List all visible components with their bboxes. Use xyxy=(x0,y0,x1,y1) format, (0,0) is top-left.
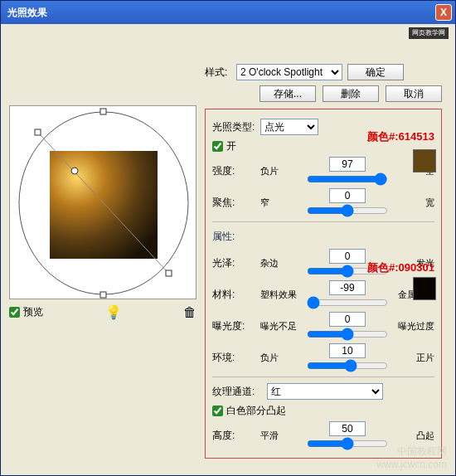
svg-rect-3 xyxy=(100,292,106,298)
color-annotation-1: 颜色#:614513 xyxy=(367,129,434,144)
intensity-left: 负片 xyxy=(260,165,303,177)
svg-point-6 xyxy=(71,168,78,174)
close-button[interactable]: X xyxy=(435,4,452,21)
focus-right: 宽 xyxy=(391,197,434,209)
height-left: 平滑 xyxy=(260,430,303,442)
intensity-value[interactable] xyxy=(329,157,366,172)
close-icon: X xyxy=(440,7,447,18)
props-color-swatch[interactable] xyxy=(413,277,436,300)
white-high-label: 白色部分凸起 xyxy=(226,404,286,418)
svg-rect-2 xyxy=(100,109,106,114)
texture-select[interactable]: 红 xyxy=(267,383,383,400)
light-gizmo[interactable] xyxy=(10,106,197,300)
exposure-slider[interactable] xyxy=(307,328,388,340)
preview-canvas[interactable] xyxy=(9,105,196,299)
delete-button[interactable]: 删除 xyxy=(323,85,379,102)
light-on-label: 开 xyxy=(226,139,236,153)
style-select[interactable]: 2 O'clock Spotlight xyxy=(236,64,342,80)
gloss-label: 光泽: xyxy=(212,256,255,270)
white-high-checkbox[interactable]: 白色部分凸起 xyxy=(212,404,434,418)
save-button[interactable]: 存储... xyxy=(260,85,316,102)
preview-label: 预览 xyxy=(23,305,43,319)
color-annotation-2: 颜色#:090301 xyxy=(367,260,434,275)
focus-value[interactable] xyxy=(329,188,366,203)
logo-badge: 网页教学网 xyxy=(409,27,449,39)
exposure-label: 曝光度: xyxy=(212,319,255,333)
light-on-input[interactable] xyxy=(212,141,223,152)
lighting-effects-dialog: 光照效果 X 网页教学网 预览 xyxy=(0,0,456,476)
material-slider[interactable] xyxy=(307,297,388,308)
exposure-left: 曝光不足 xyxy=(260,320,303,333)
style-label: 样式: xyxy=(205,66,231,80)
material-value[interactable] xyxy=(329,280,366,295)
focus-label: 聚焦: xyxy=(212,196,255,210)
white-high-input[interactable] xyxy=(212,406,223,416)
exposure-right: 曝光过度 xyxy=(391,320,434,333)
light-type-select[interactable]: 点光 xyxy=(260,119,318,135)
light-panel: 光照类型: 点光 开 颜色#:614513 强度: 负片 xyxy=(205,109,442,459)
ambient-label: 环境: xyxy=(212,351,255,365)
lightbulb-icon[interactable]: 💡 xyxy=(105,304,122,320)
window-title: 光照效果 xyxy=(7,6,47,20)
gloss-left: 杂边 xyxy=(260,257,303,270)
props-title: 属性: xyxy=(212,230,255,244)
ok-button[interactable]: 确定 xyxy=(347,64,404,80)
watermark: 中国教程网 www.jcwcn.com xyxy=(376,444,447,470)
cancel-button[interactable]: 取消 xyxy=(386,85,442,102)
focus-slider[interactable] xyxy=(307,205,388,216)
texture-label: 纹理通道: xyxy=(212,385,262,399)
preview-checkbox[interactable]: 预览 xyxy=(9,305,43,319)
material-label: 材料: xyxy=(212,288,255,302)
svg-line-1 xyxy=(39,134,168,273)
ambient-value[interactable] xyxy=(329,343,366,358)
height-value[interactable] xyxy=(329,421,366,436)
preview-checkbox-input[interactable] xyxy=(9,307,20,318)
ambient-slider[interactable] xyxy=(307,360,388,372)
focus-left: 窄 xyxy=(260,197,303,209)
svg-rect-4 xyxy=(35,129,41,135)
material-left: 塑料效果 xyxy=(260,289,303,301)
exposure-value[interactable] xyxy=(329,312,366,327)
titlebar: 光照效果 X xyxy=(1,1,455,24)
light-color-swatch[interactable] xyxy=(413,149,436,172)
intensity-label: 强度: xyxy=(212,164,255,178)
light-type-label: 光照类型: xyxy=(212,120,255,134)
ambient-right: 正片 xyxy=(391,352,434,364)
height-slider[interactable] xyxy=(307,438,388,449)
height-label: 高度: xyxy=(212,429,255,443)
ambient-left: 负片 xyxy=(260,352,303,364)
trash-icon[interactable]: 🗑 xyxy=(183,305,196,320)
gloss-value[interactable] xyxy=(329,249,366,264)
svg-rect-5 xyxy=(166,270,172,276)
intensity-slider[interactable] xyxy=(307,173,388,185)
height-right: 凸起 xyxy=(391,430,434,442)
